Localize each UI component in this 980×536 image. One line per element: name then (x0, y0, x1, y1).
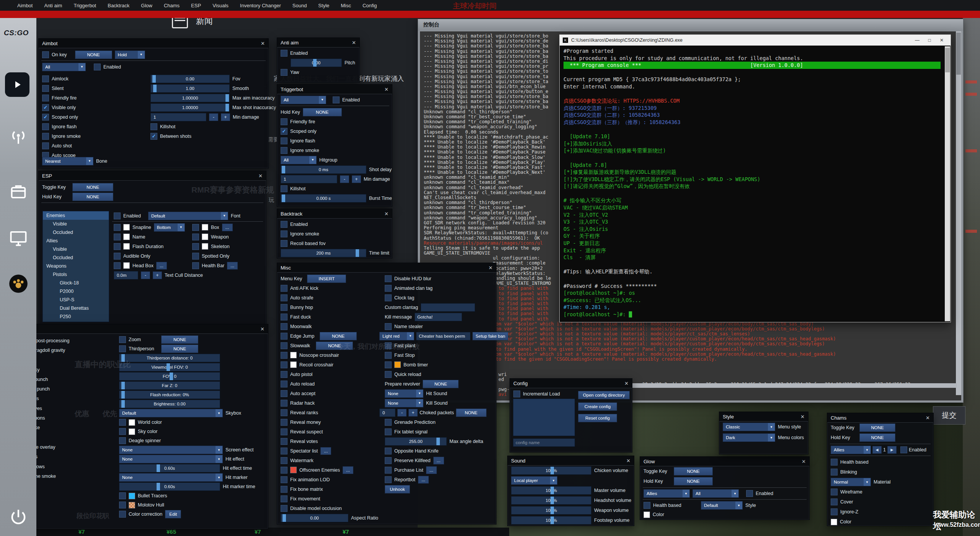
checkbox[interactable] (281, 400, 287, 407)
visuals-titlebar[interactable]: Visuals✕ (5, 324, 268, 334)
togglekey-bind-button[interactable]: NONE (72, 183, 113, 191)
power-icon[interactable] (8, 507, 28, 527)
menu-key-bind-button[interactable]: INSERT (307, 275, 346, 283)
reset-config-button[interactable]: Reset config (578, 414, 617, 422)
glow-health-based-checkbox[interactable] (644, 502, 650, 509)
healthbar-more-button[interactable]: ... (227, 262, 238, 270)
glow-togglekey-button[interactable]: NONE (674, 467, 713, 476)
checkbox[interactable] (831, 508, 838, 515)
menu-style-dropdown[interactable]: Classic▼ (723, 423, 775, 431)
glow-color-swatch[interactable] (644, 511, 650, 518)
checkbox[interactable] (281, 314, 287, 320)
name-stealer-checkbox[interactable] (385, 323, 392, 330)
choked-bind-button[interactable]: NONE (456, 409, 487, 417)
checkbox[interactable]: ✓ (281, 128, 287, 135)
submit-button[interactable]: 提交 (933, 406, 965, 425)
world-color-swatch[interactable] (129, 419, 135, 426)
snapline-pos-dropdown[interactable]: Bottom▼ (154, 223, 185, 232)
chams-team-dropdown[interactable]: Allies▼ (831, 446, 871, 454)
flash-color-swatch[interactable] (123, 243, 130, 250)
tree-item[interactable]: Glock-18 (43, 279, 109, 287)
offscreen-enemies-checkbox[interactable] (281, 467, 287, 474)
bullet-tracers-color-swatch[interactable] (129, 493, 135, 499)
aimbot-titlebar[interactable]: Aimbot✕ (39, 39, 268, 48)
hit-effect-time-slider[interactable]: 0.60s (119, 464, 220, 472)
incremental-load-checkbox[interactable] (513, 391, 520, 397)
between-shots-checkbox[interactable]: ✓ (150, 133, 157, 140)
box-color-swatch[interactable] (202, 224, 208, 230)
audible-only-checkbox[interactable] (114, 253, 121, 260)
open-config-directory-button[interactable]: Open config directory (578, 391, 630, 399)
headbox-more-button[interactable]: ... (156, 262, 167, 270)
config-listbox[interactable] (513, 399, 575, 436)
spotted-only-checkbox[interactable] (192, 253, 199, 260)
checkbox[interactable] (281, 495, 287, 502)
spectator-list-checkbox[interactable] (281, 448, 287, 454)
head-box-checkbox[interactable] (114, 262, 121, 269)
glow-team-dropdown[interactable]: Allies▼ (644, 489, 690, 498)
checkbox[interactable] (281, 240, 287, 247)
checkbox[interactable] (385, 352, 392, 359)
time-limit-slider[interactable]: 200 ms (281, 249, 366, 257)
aspect-ratio-slider[interactable]: 0.00 (281, 514, 348, 522)
tree-item[interactable]: P250 (43, 312, 109, 321)
minimize-button[interactable]: — (911, 36, 923, 44)
glow-enabled-checkbox[interactable] (746, 490, 753, 497)
checkbox[interactable] (281, 409, 287, 416)
choked-packets-value[interactable]: 0 (379, 409, 395, 417)
menu-item[interactable]: Chams (164, 3, 180, 8)
deagle-spinner-checkbox[interactable] (119, 437, 126, 444)
tree-item[interactable]: Occluded (43, 228, 109, 237)
minus-button[interactable]: - (209, 113, 218, 121)
health-bar-checkbox[interactable] (192, 262, 199, 269)
checkbox[interactable] (281, 323, 287, 330)
headbox-color-swatch[interactable] (123, 262, 130, 269)
close-icon[interactable]: ✕ (258, 173, 263, 178)
killshot-checkbox[interactable] (150, 123, 157, 130)
tree-item[interactable]: Dual Berettas (43, 304, 109, 312)
menu-item[interactable]: Visuals (212, 3, 229, 8)
flash-reduction-slider[interactable]: Flash reduction: 0% (119, 391, 220, 399)
menu-item[interactable]: Aimbot (17, 3, 33, 8)
close-icon[interactable]: ✕ (926, 415, 930, 420)
menu-item[interactable]: ESP (191, 3, 201, 8)
box-more-button[interactable]: ... (222, 224, 233, 231)
bomb-timer-color-swatch[interactable] (394, 361, 401, 368)
checkbox[interactable] (281, 118, 287, 125)
menu-item[interactable]: Backtrack (108, 3, 129, 8)
game-console-vscrollbar[interactable] (956, 31, 961, 395)
zding-vscrollbar[interactable] (945, 46, 950, 321)
esp-enabled-checkbox[interactable] (114, 212, 121, 219)
zoom-bind-button[interactable]: NONE (161, 335, 198, 344)
skeleton-color-swatch[interactable] (202, 243, 208, 250)
box-checkbox[interactable] (192, 224, 199, 231)
zoom-checkbox[interactable] (119, 336, 126, 343)
menu-item[interactable]: Config (363, 3, 377, 8)
killshot-checkbox[interactable] (281, 185, 287, 192)
opposite-hand-knife-checkbox[interactable] (385, 448, 392, 454)
checkbox[interactable] (281, 221, 287, 228)
style-titlebar[interactable]: Style✕ (719, 412, 808, 422)
checkbox[interactable] (281, 438, 287, 445)
checkbox[interactable]: ✓ (42, 104, 49, 111)
folder-icon[interactable] (8, 182, 28, 202)
yaw-checkbox[interactable] (281, 69, 287, 76)
plus-button[interactable]: + (153, 271, 162, 279)
chicken-volume-slider[interactable]: 100% (511, 466, 591, 475)
esp-titlebar[interactable]: ESP✕ (39, 171, 266, 181)
max-angle-delta-slider[interactable]: 255.00 (385, 437, 447, 446)
plus-button[interactable]: + (352, 175, 361, 183)
bomb-timer-checkbox[interactable] (385, 361, 392, 368)
close-icon[interactable]: ✕ (802, 459, 806, 464)
min-damage-value[interactable]: 1 (150, 113, 206, 121)
aimbot-enabled-checkbox[interactable] (94, 64, 101, 70)
ban-color-dropdown[interactable]: Light red▼ (379, 332, 414, 340)
checkbox[interactable] (281, 505, 287, 512)
checkbox[interactable] (281, 285, 287, 292)
minus-button[interactable]: - (397, 409, 407, 417)
recoil-crosshair-checkbox[interactable] (281, 361, 287, 368)
checkbox[interactable] (831, 459, 838, 466)
hit-sound-dropdown[interactable]: None▼ (385, 389, 423, 398)
thirdperson-bind-button[interactable]: NONE (161, 345, 198, 353)
close-button[interactable]: ✕ (936, 36, 947, 44)
